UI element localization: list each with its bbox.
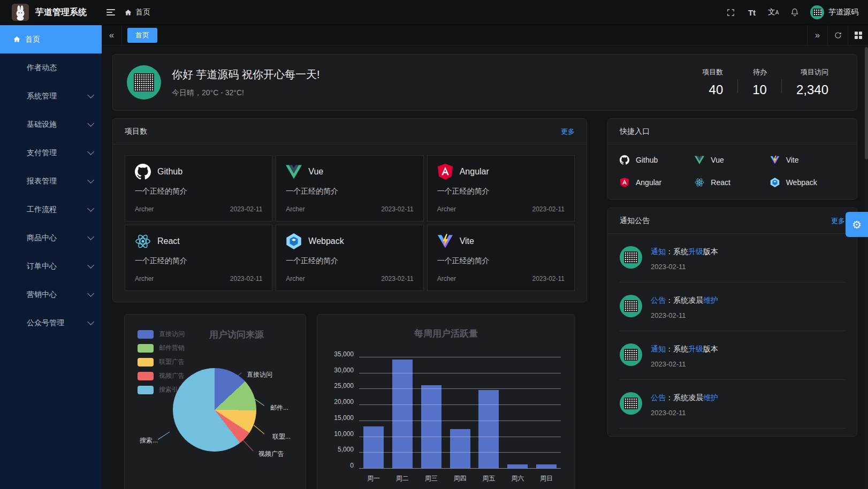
settings-gear-button[interactable]: ⚙ xyxy=(846,212,868,237)
notice-avatar xyxy=(620,343,642,366)
sidebar-item-marketing[interactable]: 营销中心 xyxy=(0,280,102,309)
vue-icon xyxy=(286,164,302,180)
projects-more-link[interactable]: 更多 xyxy=(561,127,575,136)
pie-legend[interactable]: 直接访问邮件营销联盟广告视频广告搜索引擎 xyxy=(138,330,185,394)
breadcrumb-home[interactable]: 首页 xyxy=(135,7,150,17)
legend-swatch xyxy=(138,330,154,339)
quick-link-webpack[interactable]: Webpack xyxy=(770,174,845,190)
translate-icon[interactable]: 文A xyxy=(764,3,782,21)
bar-周一[interactable] xyxy=(363,426,384,469)
stat-visits: 项目访问 2,340 xyxy=(782,67,843,97)
user-avatar xyxy=(810,5,824,19)
bar-周三[interactable] xyxy=(421,385,441,469)
bell-icon[interactable] xyxy=(786,3,804,21)
legend-swatch xyxy=(138,358,154,366)
sidebar-item-infra[interactable]: 基础设施 xyxy=(0,110,102,139)
legend-item[interactable]: 联盟广告 xyxy=(138,357,185,366)
sidebar: 首页 作者动态 系统管理 基础设施 支付管理 报表管理 工作流程 商品中心 订单… xyxy=(0,25,102,489)
gridline xyxy=(359,437,561,437)
breadcrumb[interactable]: 首页 xyxy=(124,7,150,17)
sidebar-item-home[interactable]: 首页 xyxy=(0,25,102,54)
chevron-down-icon xyxy=(87,233,94,240)
sidebar-item-report[interactable]: 报表管理 xyxy=(0,167,102,195)
angular-icon xyxy=(437,164,453,180)
legend-item[interactable]: 邮件营销 xyxy=(138,343,185,353)
y-axis-tick: 0 xyxy=(350,462,354,469)
project-tile-webpack[interactable]: Webpack 一个正经的简介 Archer2023-02-11 xyxy=(276,225,423,291)
layout-grid-icon[interactable] xyxy=(848,25,868,45)
notice-more-link[interactable]: 更多 xyxy=(831,216,845,226)
project-date: 2023-02-11 xyxy=(532,275,565,282)
bar-周四[interactable] xyxy=(450,429,470,469)
home-icon xyxy=(13,35,21,43)
menu-fold-icon[interactable] xyxy=(102,3,120,21)
notice-item[interactable]: 公告：系统凌晨维护 2023-02-11 xyxy=(620,282,845,331)
app-header: 芋道管理系统 首页 Tt 文A 芋道源码 xyxy=(0,0,868,25)
tabs-scroll-right-button[interactable]: » xyxy=(807,25,827,45)
scrollbar-thumb[interactable] xyxy=(865,47,868,159)
sidebar-item-author-news[interactable]: 作者动态 xyxy=(0,54,102,82)
github-icon xyxy=(135,164,151,180)
sidebar-item-system[interactable]: 系统管理 xyxy=(0,82,102,110)
notice-item[interactable]: 通知：系统升级版本 2023-02-11 xyxy=(620,331,845,380)
font-size-icon[interactable]: Tt xyxy=(743,3,761,21)
legend-item[interactable]: 直接访问 xyxy=(138,330,185,339)
refresh-icon[interactable] xyxy=(827,25,848,45)
home-icon xyxy=(124,9,132,17)
notice-date: 2023-02-11 xyxy=(651,360,718,368)
legend-swatch xyxy=(138,372,154,380)
x-axis-tick: 周一 xyxy=(359,474,388,483)
chevron-down-icon xyxy=(87,290,94,297)
project-author: Archer xyxy=(437,275,456,282)
project-author: Archer xyxy=(135,205,154,213)
quick-link-react[interactable]: React xyxy=(695,174,770,190)
sidebar-item-wechat[interactable]: 公众号管理 xyxy=(0,309,102,337)
legend-label: 视频广告 xyxy=(159,371,185,380)
sidebar-item-product[interactable]: 商品中心 xyxy=(0,224,102,252)
project-tile-angular[interactable]: Angular 一个正经的简介 Archer2023-02-11 xyxy=(427,155,575,221)
notice-item[interactable]: 公告：系统凌晨维护 2023-02-11 xyxy=(620,380,845,429)
notice-card: 通知公告 更多 通知：系统升级版本 2023-02-11 xyxy=(607,208,857,437)
notice-item[interactable]: 通知：系统升级版本 2023-02-11 xyxy=(620,234,845,282)
tab-home[interactable]: 首页 xyxy=(127,28,157,43)
gridline xyxy=(359,421,561,421)
pie-chart-card: 用户访问来源 直接访问邮件营销联盟广告视频广告搜索引擎 直接访问 邮件... 联… xyxy=(124,314,306,489)
sidebar-item-order[interactable]: 订单中心 xyxy=(0,252,102,280)
project-tile-react[interactable]: React 一个正经的简介 Archer2023-02-11 xyxy=(125,225,272,291)
project-tile-github[interactable]: Github 一个正经的简介 Archer2023-02-11 xyxy=(125,155,272,221)
gridline xyxy=(359,452,561,453)
pie-circle[interactable] xyxy=(173,368,256,452)
x-axis-tick: 周三 xyxy=(417,474,446,483)
x-axis-tick: 周日 xyxy=(532,474,561,483)
app-logo-area[interactable]: 芋道管理系统 xyxy=(0,4,102,21)
quick-link-angular[interactable]: Angular xyxy=(620,174,695,190)
chevron-down-icon xyxy=(87,205,94,212)
user-menu[interactable]: 芋道源码 xyxy=(810,5,858,19)
fullscreen-icon[interactable] xyxy=(721,3,740,21)
quick-link-github[interactable]: Github xyxy=(620,152,695,168)
scrollbar[interactable] xyxy=(865,46,868,489)
legend-label: 联盟广告 xyxy=(159,357,185,366)
bar-plot[interactable]: 周一周二周三周四周五周六周日 05,00010,00015,00020,0002… xyxy=(359,357,561,469)
greeting-card: 你好 芋道源码 祝你开心每一天! 今日晴，20°C - 32°C! 项目数 40… xyxy=(112,54,857,111)
vue-icon xyxy=(695,155,704,165)
bar-chart-card: 每周用户活跃量 周一周二周三周四周五周六周日 05,00010,00015,00… xyxy=(317,314,575,489)
quick-link-vue[interactable]: Vue xyxy=(695,152,770,168)
sidebar-item-pay[interactable]: 支付管理 xyxy=(0,139,102,167)
project-author: Archer xyxy=(437,205,456,213)
notice-date: 2023-02-11 xyxy=(651,263,718,271)
tabs-scroll-left-button[interactable]: « xyxy=(102,25,122,45)
legend-item[interactable]: 视频广告 xyxy=(138,371,185,380)
x-axis-tick: 周四 xyxy=(446,474,475,483)
quick-link-vite[interactable]: Vite xyxy=(770,152,845,168)
project-tile-vite[interactable]: Vite 一个正经的简介 Archer2023-02-11 xyxy=(427,225,575,291)
y-axis-tick: 20,000 xyxy=(334,398,354,406)
project-tile-vue[interactable]: Vue 一个正经的简介 Archer2023-02-11 xyxy=(276,155,423,221)
bar-周五[interactable] xyxy=(478,390,499,469)
gridline xyxy=(359,404,561,405)
notice-avatar xyxy=(620,295,642,317)
gridline xyxy=(359,357,561,357)
chevron-down-icon xyxy=(87,177,94,184)
sidebar-item-workflow[interactable]: 工作流程 xyxy=(0,195,102,224)
y-axis-tick: 25,000 xyxy=(334,382,354,389)
